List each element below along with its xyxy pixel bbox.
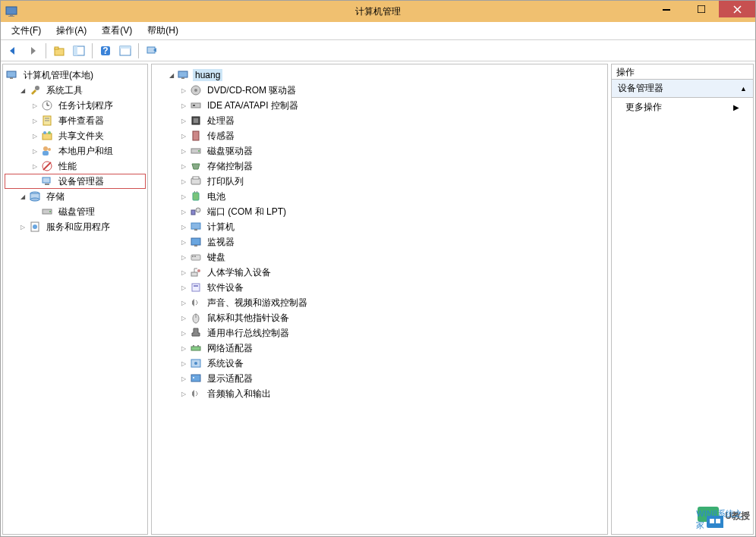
device-category-label: 打印队列 [205, 174, 246, 189]
device-category-label: 系统设备 [205, 356, 246, 371]
expand-icon[interactable] [30, 146, 39, 155]
expand-icon[interactable] [179, 283, 188, 292]
device-category[interactable]: 键盘 [153, 250, 606, 265]
device-category-label: 处理器 [205, 114, 237, 128]
expand-icon[interactable] [179, 328, 188, 338]
tree-event-viewer[interactable]: 事件查看器 [5, 113, 146, 128]
back-button[interactable] [4, 42, 22, 60]
device-category[interactable]: 系统设备 [153, 356, 606, 371]
expand-icon[interactable] [179, 374, 188, 383]
device-category[interactable]: 显示适配器 [153, 371, 606, 386]
tree-device-manager[interactable]: 设备管理器 [5, 174, 146, 189]
svg-rect-47 [193, 105, 195, 106]
maximize-button[interactable] [684, 1, 719, 17]
usb-icon [190, 327, 202, 339]
device-category[interactable]: DVD/CD-ROM 驱动器 [153, 83, 606, 98]
actions-more[interactable]: 更多操作 ▶ [612, 98, 753, 117]
device-category[interactable]: 磁盘驱动器 [153, 143, 606, 159]
expand-icon[interactable] [179, 162, 188, 171]
device-category[interactable]: 声音、视频和游戏控制器 [153, 295, 606, 310]
expand-icon[interactable] [179, 313, 188, 322]
expand-icon[interactable] [179, 116, 188, 125]
toolbar-separator [138, 43, 139, 58]
device-category-label: 鼠标和其他指针设备 [205, 311, 291, 325]
expand-icon[interactable] [18, 222, 27, 231]
device-category[interactable]: 监视器 [153, 234, 606, 250]
up-button[interactable] [50, 42, 68, 60]
expand-icon[interactable] [18, 86, 27, 95]
device-category[interactable]: 软件设备 [153, 280, 606, 295]
expand-icon[interactable] [30, 131, 39, 140]
device-category[interactable]: 通用串行总线控制器 [153, 325, 606, 341]
svg-rect-62 [191, 238, 200, 245]
device-category[interactable]: 网络适配器 [153, 341, 606, 356]
expand-icon[interactable] [30, 162, 39, 171]
expand-icon[interactable] [179, 344, 188, 353]
device-category[interactable]: 音频输入和输出 [153, 386, 606, 401]
tree-shared-folders[interactable]: 共享文件夹 [5, 128, 146, 143]
menu-view[interactable]: 查看(V) [96, 22, 138, 39]
expand-icon[interactable] [179, 131, 188, 140]
expand-icon[interactable] [18, 192, 27, 201]
device-category[interactable]: 处理器 [153, 113, 606, 128]
forward-button[interactable] [24, 42, 42, 60]
menu-action[interactable]: 操作(A) [50, 22, 93, 39]
app-icon [5, 5, 17, 17]
nav-tree[interactable]: 计算机管理(本地) 系统工具 任务计划程序 事件查看器 [3, 64, 147, 237]
menu-file[interactable]: 文件(F) [5, 22, 47, 39]
svg-rect-69 [192, 284, 200, 291]
expand-icon[interactable] [179, 253, 188, 262]
device-category[interactable]: 电池 [153, 189, 606, 204]
expand-icon[interactable] [179, 389, 188, 398]
tree-root-computer-management[interactable]: 计算机管理(本地) [5, 68, 146, 83]
expand-icon[interactable] [179, 177, 188, 186]
svg-rect-58 [191, 210, 195, 215]
device-category[interactable]: 端口 (COM 和 LPT) [153, 204, 606, 219]
storage-controller-icon [190, 160, 202, 172]
tree-local-users[interactable]: 本地用户和组 [5, 143, 146, 159]
show-hide-tree-button[interactable] [70, 42, 88, 60]
expand-icon[interactable] [179, 237, 188, 247]
users-icon [41, 145, 53, 157]
expand-icon[interactable] [30, 116, 39, 125]
svg-point-79 [193, 377, 194, 378]
expand-icon[interactable] [167, 71, 176, 80]
menu-help[interactable]: 帮助(H) [141, 22, 184, 39]
expand-icon [30, 207, 39, 216]
tree-label: 设备管理器 [56, 174, 106, 189]
tree-system-tools[interactable]: 系统工具 [5, 83, 146, 98]
device-tree[interactable]: huang DVD/CD-ROM 驱动器IDE ATA/ATAPI 控制器处理器… [152, 64, 607, 404]
close-button[interactable] [719, 1, 755, 17]
expand-icon[interactable] [179, 101, 188, 110]
device-category[interactable]: 计算机 [153, 219, 606, 234]
refresh-button[interactable] [143, 42, 161, 60]
expand-icon[interactable] [179, 222, 188, 231]
device-root[interactable]: huang [153, 68, 606, 83]
tree-disk-management[interactable]: 磁盘管理 [5, 204, 146, 219]
expand-icon[interactable] [30, 101, 39, 110]
minimize-button[interactable] [649, 1, 684, 17]
expand-icon[interactable] [179, 298, 188, 307]
expand-icon[interactable] [179, 146, 188, 155]
device-category[interactable]: 打印队列 [153, 174, 606, 189]
device-category[interactable]: 传感器 [153, 128, 606, 143]
help-button[interactable]: ? [96, 42, 115, 60]
expand-icon[interactable] [179, 359, 188, 368]
device-category[interactable]: 存储控制器 [153, 159, 606, 174]
device-category[interactable]: IDE ATA/ATAPI 控制器 [153, 98, 606, 113]
tree-task-scheduler[interactable]: 任务计划程序 [5, 98, 146, 113]
device-category[interactable]: 鼠标和其他指针设备 [153, 310, 606, 325]
actions-section[interactable]: 设备管理器 ▲ [612, 80, 753, 98]
expand-icon[interactable] [179, 86, 188, 95]
device-category[interactable]: 人体学输入设备 [153, 265, 606, 280]
svg-rect-43 [181, 77, 184, 79]
tree-services[interactable]: 服务和应用程序 [5, 219, 146, 234]
properties-button[interactable] [116, 42, 134, 60]
svg-rect-63 [194, 245, 197, 247]
tree-performance[interactable]: 性能 [5, 159, 146, 174]
expand-icon[interactable] [179, 268, 188, 277]
actions-section-label: 设备管理器 [618, 82, 663, 95]
expand-icon[interactable] [179, 207, 188, 216]
tree-storage[interactable]: 存储 [5, 189, 146, 204]
expand-icon[interactable] [179, 192, 188, 201]
